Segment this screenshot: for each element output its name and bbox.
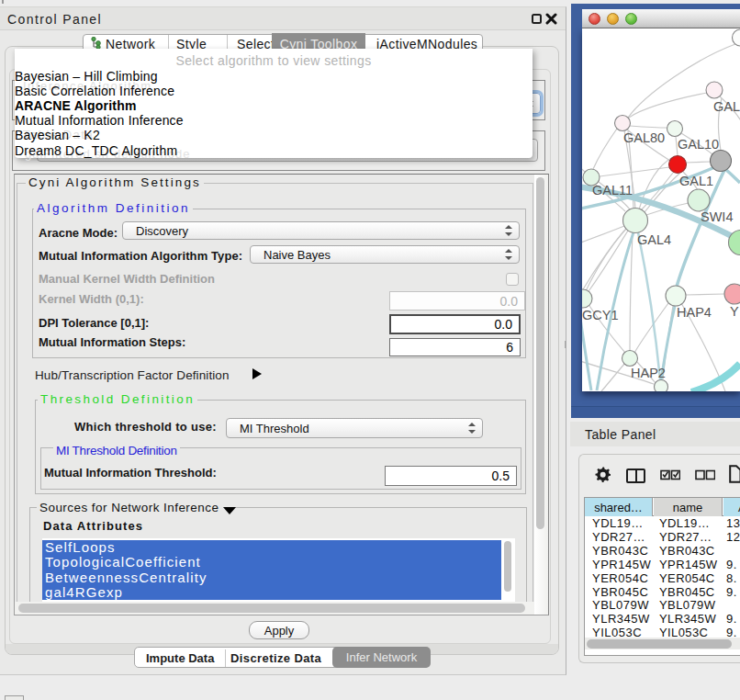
- svg-text:GAL10: GAL10: [678, 137, 719, 152]
- svg-text:GAL: GAL: [713, 99, 740, 114]
- svg-text:HAP2: HAP2: [631, 366, 666, 380]
- svg-text:GAL4: GAL4: [637, 232, 671, 247]
- svg-text:GCY1: GCY1: [582, 308, 619, 322]
- svg-text:GAL11: GAL11: [592, 183, 633, 198]
- svg-text:GAL1: GAL1: [679, 174, 713, 188]
- svg-text:SWI4: SWI4: [701, 209, 733, 224]
- svg-text:HAP4: HAP4: [677, 305, 712, 320]
- svg-text:Y: Y: [730, 304, 739, 319]
- svg-text:GAL80: GAL80: [623, 130, 665, 145]
